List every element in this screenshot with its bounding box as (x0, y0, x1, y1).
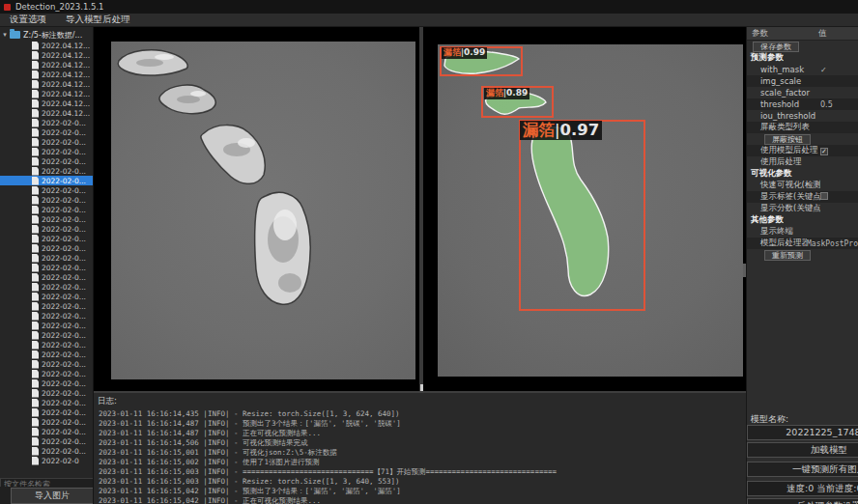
detection-label: 漏箔|0.89 (484, 88, 529, 99)
param-label: threshold (747, 99, 820, 109)
log-panel[interactable]: 日志: 2023-01-11 16:16:14,435 |INFO| - Res… (94, 391, 746, 504)
tree-item[interactable]: 2022-02-0... (0, 137, 94, 147)
tree-item[interactable]: 2022-02-0... (0, 292, 94, 301)
tree-item[interactable]: 2022-02-0... (0, 224, 94, 234)
tree-item[interactable]: 2022-02-0... (0, 311, 94, 321)
tree-item[interactable]: 2022-02-0... (0, 388, 94, 398)
tree-item[interactable]: 2022-02-0... (0, 369, 94, 378)
param-row[interactable]: 屏蔽类型列表 (747, 122, 858, 133)
import-image-button[interactable]: 导入图片 (11, 488, 94, 504)
file-icon (32, 399, 39, 407)
tree-item-label: 2022-02-0... (42, 235, 86, 243)
tree-item[interactable]: 2022-02-0... (0, 398, 94, 407)
file-icon (32, 70, 39, 79)
tree-item[interactable]: 2022.04.12... (0, 50, 94, 60)
tree-item[interactable]: 2022-02-0... (0, 214, 94, 224)
tree-item[interactable]: 2022.04.12... (0, 70, 94, 79)
tree-item[interactable]: 2022-02-0... (0, 166, 94, 176)
tree-item[interactable]: 2022-02-0... (0, 195, 94, 205)
param-column-header: 参数 (747, 28, 818, 40)
param-label: 屏蔽类型列表 (747, 122, 820, 133)
file-icon (32, 389, 39, 398)
expand-arrow-icon[interactable]: ▾ (0, 31, 10, 39)
param-button[interactable]: 保存参数 (753, 42, 799, 52)
image-panel-divider[interactable] (419, 27, 423, 391)
tree-item[interactable]: 2022-02-0... (0, 234, 94, 243)
param-row[interactable]: 模型后处理器MaskPostPro (747, 238, 858, 249)
tree-item[interactable]: 2022-02-0... (0, 407, 94, 417)
tree-item-label: 2022.04.12... (42, 90, 90, 98)
tree-item[interactable]: 2022.04.12... (0, 89, 94, 98)
param-row[interactable]: scale_factor (747, 87, 858, 98)
tree-item[interactable]: 2022-02-0... (0, 176, 94, 185)
file-icon (32, 254, 39, 263)
param-row[interactable]: 使用模型后处理✓ (747, 145, 858, 156)
tree-root[interactable]: ▾ Z:/5-标注数据/... (0, 29, 94, 41)
tree-item[interactable]: 2022-02-0... (0, 359, 94, 369)
tree-item[interactable]: 2022-02-0... (0, 427, 94, 436)
postprocess-params-button[interactable]: 后处理参数设置 (747, 498, 858, 504)
param-row[interactable]: 显示终端 (747, 226, 858, 238)
param-row[interactable]: with_mask✓ (747, 64, 858, 75)
tree-item[interactable]: 2022-02-0... (0, 340, 94, 350)
log-line: 2023-01-11 16:16:15,001 |INFO| - 可视化json… (94, 448, 746, 458)
tree-item[interactable]: 2022-02-0... (0, 417, 94, 427)
model-name-field[interactable]: 20221225_174813 (747, 425, 858, 440)
predict-all-button[interactable]: 一键预测所有图片 (747, 462, 858, 477)
tree-item[interactable]: 2022-02-0... (0, 127, 94, 137)
tree-item[interactable]: 2022-02-0... (0, 253, 94, 263)
tree-item-label: 2022-02-0... (42, 215, 86, 224)
tree-item[interactable]: 2022-02-0... (0, 118, 94, 127)
tree-item[interactable]: 2022.04.12... (0, 108, 94, 118)
tree-item[interactable]: 2022-02-0... (0, 272, 94, 282)
param-row[interactable]: 快速可视化(检测) (747, 180, 858, 191)
file-icon (32, 283, 39, 292)
tree-item[interactable]: 2022.04.12... (0, 41, 94, 50)
param-group-label: 可视化参数 (747, 168, 792, 180)
tree-item[interactable]: 2022-02-0... (0, 156, 94, 166)
file-icon (32, 157, 39, 166)
tree-item[interactable]: 2022.04.12... (0, 79, 94, 89)
tree-item-label: 2022-02-0... (42, 244, 86, 253)
param-row[interactable]: img_scale (747, 75, 858, 87)
tree-item[interactable]: 2022-02-0 (0, 456, 94, 465)
param-label: with_mask (747, 65, 820, 74)
tree-item[interactable]: 2022.04.12... (0, 60, 94, 70)
menu-item-settings[interactable]: 设置选项 (0, 14, 56, 26)
tree-item-label: 2022-02-0... (42, 389, 86, 398)
tree-item-label: 2022-02-0... (42, 273, 86, 282)
param-button-row: 保存参数 (747, 41, 858, 52)
tree-item[interactable]: 2022-02-0... (0, 282, 94, 292)
param-button[interactable]: 重新预测 (764, 250, 811, 261)
param-button[interactable]: 屏蔽按钮 (764, 134, 811, 145)
checkbox-checked-icon[interactable]: ✓ (820, 148, 828, 155)
file-tree: ▾ Z:/5-标注数据/... 2022.04.12...2022.04.12.… (0, 29, 94, 471)
param-row[interactable]: iou_threshold (747, 110, 858, 122)
tree-item[interactable]: 2022-02-0... (0, 301, 94, 311)
tree-item[interactable]: 2022-02-0... (0, 321, 94, 330)
load-model-button[interactable]: 加载模型 (747, 442, 858, 458)
tree-item[interactable]: 2022-02-0... (0, 147, 94, 156)
tree-item[interactable]: 2022-02-0... (0, 243, 94, 253)
prediction-image-panel[interactable]: 漏箔|0.99 漏箔|0.89 漏箔|0.97 (438, 44, 743, 377)
menu-item-import-postprocess[interactable]: 导入模型后处理 (56, 14, 140, 26)
param-row[interactable]: 使用后处理 (747, 156, 858, 168)
file-tree-items: 2022.04.12...2022.04.12...2022.04.12...2… (0, 41, 94, 465)
original-image-panel[interactable] (111, 42, 415, 379)
tree-item[interactable]: 2022-02-0... (0, 263, 94, 272)
tree-item[interactable]: 2022-02-0... (0, 378, 94, 388)
tree-item[interactable]: 2022-02-0... (0, 446, 94, 456)
tree-item[interactable]: 2022-02-0... (0, 185, 94, 195)
tree-item[interactable]: 2022-02-0... (0, 350, 94, 359)
param-row[interactable]: 显示分数(关键点) (747, 203, 858, 214)
tree-item[interactable]: 2022-02-0... (0, 205, 94, 214)
tree-item[interactable]: 2022.04.12... (0, 98, 94, 108)
image-viewer: 漏箔|0.99 漏箔|0.89 漏箔|0.97 (94, 27, 746, 391)
log-line: 2023-01-11 16:16:15,003 |INFO| - Resize:… (94, 477, 746, 487)
param-row[interactable]: threshold0.5 (747, 98, 858, 110)
tree-item[interactable]: 2022-02-0... (0, 436, 94, 446)
param-row[interactable]: 显示标签(关键点) (747, 191, 858, 203)
checkbox-empty-icon[interactable] (820, 192, 828, 200)
tree-item[interactable]: 2022-02-0... (0, 330, 94, 340)
param-label: scale_factor (747, 88, 820, 98)
